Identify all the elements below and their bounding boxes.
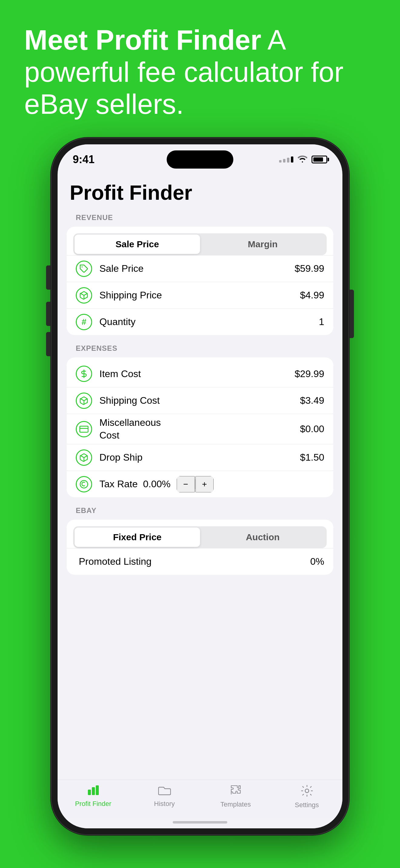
seg-auction[interactable]: Auction [200, 528, 325, 547]
dynamic-island [167, 150, 233, 168]
dollar-icon [76, 366, 92, 382]
item-cost-value: $29.99 [294, 368, 324, 379]
drop-ship-icon [76, 450, 92, 466]
wifi-icon [297, 155, 307, 165]
quantity-label: Quantity [99, 316, 319, 328]
revenue-section-label: REVENUE [58, 213, 342, 227]
drop-ship-label: Drop Ship [99, 452, 300, 463]
quantity-icon: # [76, 314, 92, 330]
expenses-card: Item Cost $29.99 Shipping Cost $3. [67, 358, 333, 497]
promoted-listing-label: Promoted Listing [76, 556, 310, 567]
seg-fixed-price[interactable]: Fixed Price [75, 528, 200, 547]
shipping-cost-label: Shipping Cost [99, 395, 300, 406]
misc-cost-value: $0.00 [300, 424, 324, 435]
promoted-listing-row[interactable]: Promoted Listing 0% [67, 548, 333, 575]
misc-cost-label: Miscellaneous Cost [99, 416, 300, 441]
nav-settings-label: Settings [295, 801, 319, 809]
bar-chart-icon [87, 785, 99, 798]
tax-rate-value: 0.00% [143, 478, 171, 490]
status-icons [279, 155, 327, 165]
svg-rect-10 [96, 785, 99, 795]
nav-profit-finder[interactable]: Profit Finder [58, 785, 129, 809]
tag-icon [76, 260, 92, 277]
app-title: Profit Finder [58, 175, 342, 213]
item-cost-row[interactable]: Item Cost $29.99 [67, 361, 333, 387]
status-time: 9:41 [73, 153, 94, 166]
svg-point-11 [305, 789, 309, 793]
drop-ship-row[interactable]: Drop Ship $1.50 [67, 444, 333, 471]
nav-profit-finder-label: Profit Finder [75, 800, 112, 808]
nav-templates-label: Templates [220, 801, 251, 808]
seg-sale-price[interactable]: Sale Price [75, 235, 200, 254]
phone-wrapper: 9:41 [52, 138, 348, 834]
svg-rect-9 [92, 787, 95, 795]
shipping-price-icon [76, 287, 92, 304]
svg-rect-8 [88, 789, 91, 795]
shipping-cost-value: $3.49 [300, 395, 324, 406]
seg-margin[interactable]: Margin [200, 235, 325, 254]
phone-shell: 9:41 [52, 138, 348, 834]
card-icon [76, 421, 92, 437]
item-cost-label: Item Cost [99, 368, 294, 379]
shipping-price-label: Shipping Price [99, 290, 300, 301]
promoted-listing-value: 0% [310, 556, 324, 567]
svg-point-7 [80, 480, 88, 488]
svg-rect-4 [80, 426, 88, 432]
signal-icon [279, 156, 293, 162]
sale-price-value: $59.99 [294, 263, 324, 274]
headline-area: Meet Profit Finder A powerful fee calcul… [0, 0, 400, 138]
nav-templates[interactable]: Templates [200, 785, 271, 809]
sale-price-label: Sale Price [99, 263, 294, 274]
revenue-card: Sale Price Margin Sale [67, 227, 333, 335]
shipping-cost-icon [76, 393, 92, 409]
shipping-cost-row[interactable]: Shipping Cost $3.49 [67, 387, 333, 414]
misc-cost-row[interactable]: Miscellaneous Cost $0.00 [67, 414, 333, 444]
revenue-segmented-control[interactable]: Sale Price Margin [73, 234, 327, 255]
bottom-nav: Profit Finder History [58, 780, 342, 818]
phone-screen: 9:41 [58, 144, 342, 828]
shipping-price-row[interactable]: Shipping Price $4.99 [67, 282, 333, 308]
quantity-value: 1 [319, 316, 324, 328]
battery-icon [312, 156, 327, 163]
home-indicator-area [58, 818, 342, 828]
stepper-plus-button[interactable]: + [196, 476, 213, 492]
ebay-section-label: EBAY [58, 506, 342, 520]
nav-history-label: History [154, 800, 175, 808]
tax-rate-label: Tax Rate [99, 478, 143, 490]
sale-price-row[interactable]: Sale Price $59.99 [67, 255, 333, 282]
ebay-segmented-control[interactable]: Fixed Price Auction [73, 526, 327, 548]
shipping-price-value: $4.99 [300, 290, 324, 301]
folder-icon [158, 785, 171, 798]
drop-ship-value: $1.50 [300, 452, 324, 463]
ebay-card: Fixed Price Auction Promoted Listing 0% [67, 520, 333, 575]
tax-rate-stepper[interactable]: − + [177, 476, 213, 492]
tax-rate-row[interactable]: Tax Rate 0.00% − + [67, 471, 333, 497]
headline-bold: Meet Profit Finder [24, 25, 261, 55]
screen-content[interactable]: Profit Finder REVENUE Sale Price Margin [58, 168, 342, 780]
home-indicator [173, 821, 227, 824]
nav-settings[interactable]: Settings [271, 785, 342, 809]
expenses-section-label: EXPENSES [58, 344, 342, 358]
puzzle-icon [230, 785, 242, 798]
gear-icon [301, 785, 313, 799]
stepper-minus-button[interactable]: − [177, 476, 195, 492]
nav-history[interactable]: History [129, 785, 200, 809]
quantity-row[interactable]: # Quantity 1 [67, 308, 333, 335]
cent-icon [76, 476, 92, 492]
